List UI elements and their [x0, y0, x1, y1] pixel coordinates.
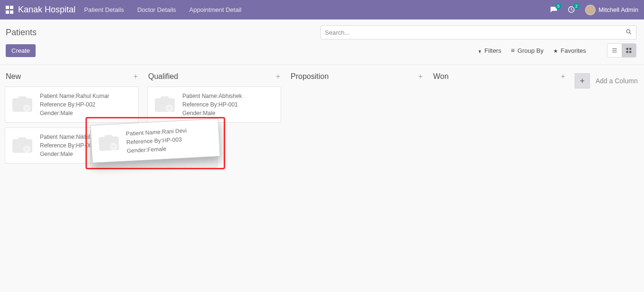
funnel-icon — [478, 47, 483, 54]
nav-link-appointment-detail[interactable]: Appointment Detail — [189, 6, 242, 13]
favorites-button[interactable]: Favorites — [553, 47, 586, 54]
activities-badge: 2 — [573, 3, 579, 9]
view-switcher — [607, 43, 636, 58]
search-icon[interactable] — [625, 29, 632, 37]
svg-line-2 — [630, 32, 631, 34]
nav-links: Patient Details Doctor Details Appointme… — [84, 6, 241, 13]
view-list-button[interactable] — [607, 44, 622, 57]
column-title: Qualified — [148, 72, 178, 81]
add-column-button[interactable]: + Add a Column — [575, 73, 638, 88]
nav-link-patient-details[interactable]: Patient Details — [84, 6, 124, 13]
nav-link-doctor-details[interactable]: Doctor Details — [137, 6, 176, 13]
apps-grid-icon[interactable] — [6, 6, 14, 14]
kanban-column-won: Won + — [432, 72, 566, 87]
kanban-card-dragging[interactable]: Patient Name:Rani Devi Reference By:HP-0… — [90, 118, 220, 163]
quick-create-icon[interactable]: + — [418, 72, 423, 81]
search-box[interactable] — [321, 25, 636, 39]
group-icon — [511, 47, 515, 54]
placeholder-image-icon — [152, 92, 178, 116]
user-name: Mitchell Admin — [598, 6, 638, 13]
svg-rect-5 — [626, 51, 628, 53]
placeholder-image-icon — [9, 92, 35, 116]
svg-rect-4 — [629, 48, 631, 50]
svg-rect-6 — [629, 51, 631, 53]
column-title: New — [6, 72, 21, 81]
filters-button[interactable]: Filters — [478, 47, 501, 54]
quick-create-icon[interactable]: + — [133, 72, 138, 81]
kanban-board: New + Patient Name:Rahul Kumar Reference… — [0, 65, 644, 168]
kanban-card[interactable]: Patient Name:Rahul Kumar Reference By:HP… — [5, 87, 139, 123]
view-kanban-button[interactable] — [622, 44, 636, 57]
activities-icon[interactable]: 2 — [567, 5, 577, 15]
page-title: Patients — [6, 28, 37, 38]
brand-title[interactable]: Kanak Hospital — [18, 5, 76, 15]
groupby-button[interactable]: Group By — [511, 47, 543, 54]
column-title: Proposition — [291, 72, 329, 81]
top-navbar: Kanak Hospital Patient Details Doctor De… — [0, 0, 644, 19]
kanban-column-proposition: Proposition + — [290, 72, 424, 87]
quick-create-icon[interactable]: + — [276, 72, 280, 81]
messages-badge: 5 — [555, 3, 561, 9]
avatar-icon — [585, 5, 596, 15]
create-button[interactable]: Create — [6, 44, 36, 57]
search-input[interactable] — [325, 29, 625, 36]
svg-point-1 — [626, 29, 630, 33]
plus-icon: + — [575, 73, 590, 88]
placeholder-image-icon — [9, 133, 35, 156]
quick-create-icon[interactable]: + — [561, 72, 565, 81]
user-menu[interactable]: Mitchell Admin — [585, 5, 638, 15]
placeholder-image-icon — [95, 130, 123, 155]
star-icon — [553, 47, 559, 54]
column-title: Won — [433, 72, 449, 81]
kanban-card[interactable]: Patient Name:Abhishek Reference By:HP-00… — [147, 87, 281, 123]
messages-icon[interactable]: 5 — [549, 5, 559, 15]
svg-rect-3 — [626, 48, 628, 50]
